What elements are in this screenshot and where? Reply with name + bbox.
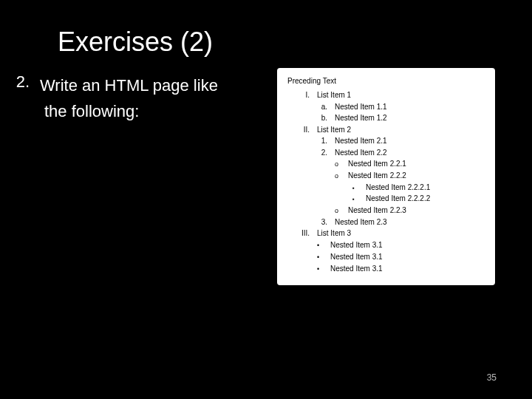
exercise-item: 2. Write an HTML page like the following… [13, 72, 218, 124]
list-item-label: Nested Item 2.2 [335, 147, 387, 159]
list-item: • Nested Item 3.1 [317, 239, 485, 251]
marker-arabic: 1. [317, 135, 327, 147]
list-item: III. List Item 3 [299, 228, 485, 239]
exercise-list: 2. Write an HTML page like the following… [13, 72, 218, 124]
bullet-open-circle-icon: o [335, 206, 341, 216]
list-item: ▪ Nested Item 2.2.2.1 [352, 182, 485, 194]
example-document: Preceding Text I. List Item 1 a. Nested … [277, 68, 495, 285]
exercise-line-2: the following: [40, 98, 218, 124]
list-item: o Nested Item 2.2.3 [335, 205, 485, 216]
doc-heading: Preceding Text [287, 77, 485, 85]
bullet-square-icon: ▪ [352, 184, 358, 193]
list-item-label: Nested Item 2.2.1 [348, 158, 406, 170]
list-item-label: Nested Item 2.2.2.2 [366, 193, 430, 205]
list-item: o Nested Item 2.2.2 [335, 170, 485, 182]
list-item-label: Nested Item 2.2.2.1 [366, 182, 430, 194]
list-item-label: Nested Item 2.1 [335, 135, 387, 147]
bullet-open-circle-icon: o [335, 160, 341, 170]
exercise-line-1: Write an HTML page like [40, 72, 218, 98]
list-item: b. Nested Item 1.2 [317, 112, 485, 124]
list-item-label: Nested Item 3.1 [330, 239, 383, 251]
exercise-number: 2. [13, 72, 30, 124]
list-item: • Nested Item 3.1 [317, 251, 485, 263]
bullet-square-icon: ▪ [352, 195, 358, 204]
list-item-label: List Item 1 [317, 89, 351, 101]
list-item-label: List Item 2 [317, 124, 351, 136]
exercise-text: Write an HTML page like the following: [40, 72, 218, 124]
bullet-disc-icon: • [317, 241, 323, 251]
marker-arabic: 2. [317, 147, 327, 159]
list-item: a. Nested Item 1.1 [317, 101, 485, 113]
list-item: 3. Nested Item 2.3 [317, 216, 485, 228]
list-item: • Nested Item 3.1 [317, 263, 485, 275]
list-item-label: Nested Item 2.2.3 [348, 205, 406, 216]
marker-arabic: 3. [317, 216, 327, 228]
bullet-disc-icon: • [317, 253, 323, 263]
marker-letter: b. [317, 112, 327, 124]
list-item-label: Nested Item 1.1 [335, 101, 387, 113]
list-item: II. List Item 2 [299, 124, 485, 136]
list-item-label: Nested Item 2.3 [335, 216, 387, 228]
marker-roman: I. [299, 89, 310, 101]
marker-roman: II. [299, 124, 310, 136]
list-item: ▪ Nested Item 2.2.2.2 [352, 193, 485, 205]
slide-title: Exercises (2) [58, 27, 213, 58]
page-number: 35 [487, 372, 497, 383]
list-item: 1. Nested Item 2.1 [317, 135, 485, 147]
list-item: o Nested Item 2.2.1 [335, 158, 485, 170]
list-item-label: List Item 3 [317, 228, 351, 239]
list-item-label: Nested Item 3.1 [330, 251, 383, 263]
bullet-open-circle-icon: o [335, 171, 341, 182]
marker-letter: a. [317, 101, 327, 113]
bullet-disc-icon: • [317, 265, 323, 275]
list-item: I. List Item 1 [299, 89, 485, 101]
marker-roman: III. [299, 228, 310, 239]
list-item-label: Nested Item 3.1 [330, 263, 383, 275]
list-item-label: Nested Item 2.2.2 [348, 170, 406, 182]
list-item: 2. Nested Item 2.2 [317, 147, 485, 159]
list-item-label: Nested Item 1.2 [335, 112, 387, 124]
